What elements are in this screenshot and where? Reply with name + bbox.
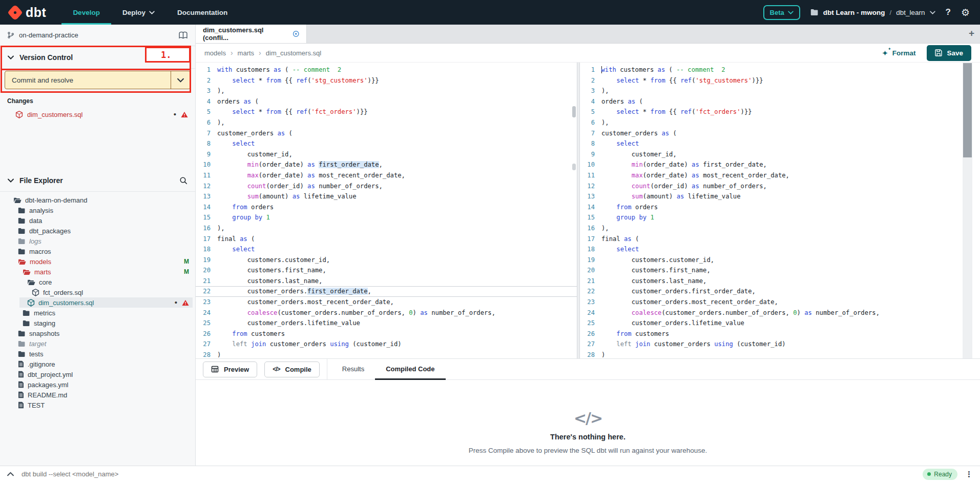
folder-icon: [18, 217, 26, 224]
save-button[interactable]: Save: [927, 45, 971, 61]
tree-item--gitignore[interactable]: .gitignore: [0, 359, 195, 369]
line-number: 28: [196, 350, 217, 358]
file-explorer-header[interactable]: File Explorer: [0, 169, 195, 192]
ready-status-badge: Ready: [923, 469, 957, 480]
empty-state-title: There's nothing here.: [550, 433, 625, 441]
help-button[interactable]: ?: [946, 7, 951, 17]
changes-title: Changes: [0, 91, 195, 108]
file-icon: [18, 381, 24, 388]
new-tab-button[interactable]: +: [969, 28, 974, 39]
modified-badge: M: [184, 268, 189, 275]
code-line: 22 customer_orders.first_order_date,: [196, 286, 577, 297]
settings-gear-icon[interactable]: ⚙: [961, 7, 970, 18]
nav-item-documentation[interactable]: Documentation: [166, 0, 239, 25]
line-number: 20: [580, 266, 601, 275]
results-toolbar: Preview </> Compile ResultsCompiled Code: [196, 359, 980, 380]
commit-and-resolve-button[interactable]: Commit and resolve: [5, 71, 171, 89]
project-separator: /: [890, 9, 892, 16]
command-bar: Ready ⋮: [0, 466, 980, 482]
line-number: 27: [196, 339, 217, 349]
tree-item-dim-customers-sql[interactable]: dim_customers.sql•: [0, 297, 195, 308]
breadcrumb-file[interactable]: dim_customers.sql: [266, 49, 321, 57]
tree-item-label: target: [29, 340, 46, 348]
tree-item-macros[interactable]: macros: [0, 246, 195, 256]
line-number: 22: [196, 287, 217, 296]
code-line: 20 customers.first_name,: [580, 265, 980, 276]
brand-text: dbt: [26, 5, 46, 20]
chevron-up-icon[interactable]: [7, 472, 14, 476]
tree-item-metrics[interactable]: metrics: [0, 308, 195, 318]
left-pane-scrollbar[interactable]: [572, 63, 576, 358]
tree-item-data[interactable]: data: [0, 215, 195, 226]
breadcrumb-models[interactable]: models: [204, 49, 226, 57]
git-branch-selector[interactable]: on-demand-practice: [0, 25, 195, 46]
tree-item-label: metrics: [34, 309, 55, 317]
chevron-down-icon: [149, 11, 155, 14]
chevron-down-icon: [788, 11, 794, 14]
line-number: 9: [580, 150, 601, 159]
code-line: 4orders as (: [196, 96, 577, 107]
compile-button[interactable]: </> Compile: [264, 362, 320, 377]
code-line: 19 customers.customer_id,: [580, 255, 980, 266]
line-number: 3: [196, 86, 217, 96]
version-control-header[interactable]: Version Control: [0, 46, 195, 69]
tree-item-dbt-project-yml[interactable]: dbt_project.yml: [0, 369, 195, 379]
empty-state-subtitle: Press Compile above to preview the SQL d…: [469, 447, 707, 454]
commit-options-dropdown[interactable]: [171, 71, 190, 89]
tree-item-analysis[interactable]: analysis: [0, 205, 195, 215]
code-line: 6),: [196, 117, 577, 128]
chevron-down-icon: [8, 55, 14, 59]
tree-item-models[interactable]: modelsM: [0, 256, 195, 267]
panel-tab-results[interactable]: Results: [331, 359, 375, 380]
breadcrumb: models › marts › dim_customers.sql ✦✦ Fo…: [196, 44, 980, 63]
tree-item-target[interactable]: target: [0, 338, 195, 349]
tree-item-snapshots[interactable]: snapshots: [0, 328, 195, 338]
code-line: 25 customer_orders.lifetime_value: [580, 318, 980, 329]
format-button[interactable]: ✦✦ Format: [882, 49, 915, 57]
tree-item-label: logs: [29, 237, 41, 245]
code-line: 27 left join customer_orders using (cust…: [580, 339, 980, 350]
tree-item-packages-yml[interactable]: packages.yml: [0, 379, 195, 390]
tree-item-label: data: [29, 217, 42, 225]
right-pane-scrollbar[interactable]: [963, 63, 972, 358]
folder-icon: [23, 310, 30, 316]
dbt-logo[interactable]: dbt: [0, 5, 61, 20]
code-line: 17final as (: [580, 234, 980, 245]
tree-item-readme-md[interactable]: README.md: [0, 390, 195, 400]
tree-item-staging[interactable]: staging: [0, 318, 195, 328]
code-line: 4orders as (: [580, 96, 980, 107]
tree-item-label: core: [39, 278, 52, 286]
code-line: 26 from customers: [196, 329, 577, 339]
line-number: 15: [196, 213, 217, 223]
tree-item-marts[interactable]: martsM: [0, 267, 195, 277]
beta-dropdown[interactable]: Beta: [763, 5, 800, 20]
scrollbar-thumb[interactable]: [963, 63, 972, 157]
tree-item-logs[interactable]: logs: [0, 236, 195, 246]
nav-item-deploy[interactable]: Deploy: [111, 0, 166, 25]
search-icon[interactable]: [179, 176, 187, 185]
code-pane-left[interactable]: 1with customers as ( -- comment 22 selec…: [196, 63, 577, 358]
editor-tab-dim-customers[interactable]: dim_customers.sql (confli...: [196, 25, 307, 43]
line-number: 16: [196, 224, 217, 233]
main-nav: DevelopDeployDocumentation: [61, 0, 239, 25]
dbt-command-input[interactable]: [22, 470, 915, 478]
tree-item-test[interactable]: TEST: [0, 400, 195, 410]
floppy-disk-icon: [935, 49, 942, 56]
tree-item-dbt-packages[interactable]: dbt_packages: [0, 226, 195, 236]
nav-item-develop[interactable]: Develop: [61, 0, 111, 25]
tree-item-core[interactable]: core: [0, 277, 195, 287]
code-line: 15 group by 1: [580, 212, 980, 223]
project-switcher[interactable]: dbt Learn - mwong / dbt_learn: [810, 9, 935, 16]
overflow-menu-icon[interactable]: ⋮: [965, 470, 973, 479]
code-pane-right[interactable]: 1with customers as ( -- comment 22 selec…: [580, 63, 980, 358]
code-line: 15 group by 1: [196, 212, 577, 223]
tree-item-tests[interactable]: tests: [0, 349, 195, 359]
preview-button[interactable]: Preview: [203, 362, 257, 377]
tree-item-dbt-learn-on-demand[interactable]: dbt-learn-on-demand: [0, 195, 195, 205]
breadcrumb-marts[interactable]: marts: [238, 49, 255, 57]
branch-name: on-demand-practice: [19, 31, 78, 39]
changed-file-item[interactable]: dim_customers.sql•: [0, 108, 195, 121]
tree-item-fct-orders-sql[interactable]: fct_orders.sql: [0, 287, 195, 297]
docs-book-icon[interactable]: [178, 31, 188, 39]
panel-tab-compiled-code[interactable]: Compiled Code: [375, 359, 445, 380]
